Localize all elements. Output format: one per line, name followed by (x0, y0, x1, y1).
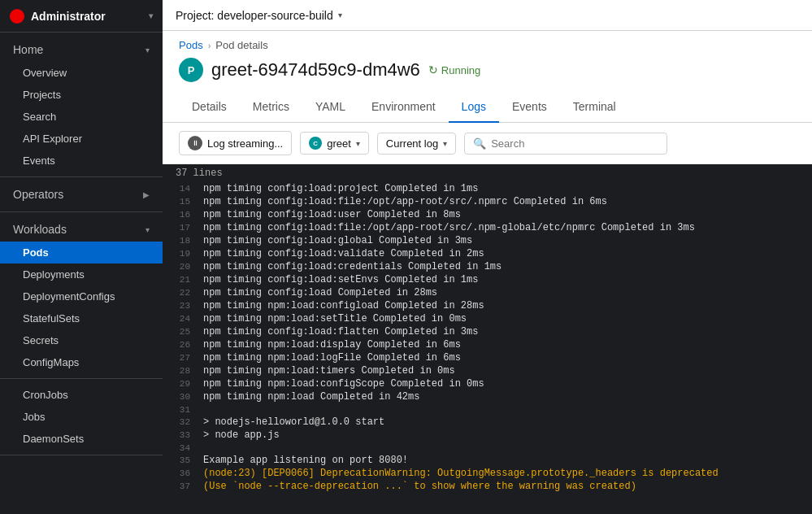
tab-terminal[interactable]: Terminal (560, 92, 629, 123)
page-title: greet-69474d59c9-dm4w6 (211, 59, 420, 81)
log-type-dropdown-icon: ▾ (443, 139, 447, 148)
log-line: 24npm timing npm:load:setTitle Completed… (163, 312, 812, 325)
line-number: 28 (163, 365, 203, 376)
content-area: Pods › Pod details P greet-69474d59c9-dm… (163, 31, 812, 514)
container-icon: C (309, 137, 322, 150)
log-line: 23npm timing npm:load:configload Complet… (163, 299, 812, 312)
tab-logs[interactable]: Logs (449, 92, 499, 123)
line-content: npm timing config:load Completed in 28ms (203, 287, 812, 298)
log-content[interactable]: 37 lines 14npm timing config:load:projec… (163, 164, 812, 514)
breadcrumb-separator: › (208, 41, 211, 50)
line-content: npm timing config:load:validate Complete… (203, 248, 812, 259)
line-number: 32 (163, 416, 203, 427)
line-number: 26 (163, 339, 203, 350)
line-content: npm timing config:load:user Completed in… (203, 209, 812, 220)
log-line: 15npm timing config:load:file:/opt/app-r… (163, 195, 812, 208)
sidebar-item-search[interactable]: Search (0, 106, 163, 128)
log-line: 21npm timing config:load:setEnvs Complet… (163, 273, 812, 286)
sidebar-item-events[interactable]: Events (0, 150, 163, 172)
breadcrumb: Pods › Pod details (163, 31, 812, 54)
sidebar-section-workloads: Workloads ▾ Pods Deployments DeploymentC… (0, 212, 163, 379)
project-selector[interactable]: Project: developer-source-build ▾ (176, 9, 342, 22)
line-content: npm timing config:load:file:/opt/app-roo… (203, 196, 812, 207)
log-line: 22npm timing config:load Completed in 28… (163, 286, 812, 299)
line-number: 37 (163, 481, 203, 491)
sidebar-operators-label: Operators (13, 188, 63, 201)
log-streaming-button[interactable]: ⏸ Log streaming... (179, 131, 292, 155)
tab-details[interactable]: Details (179, 92, 240, 123)
line-number: 21 (163, 274, 203, 285)
line-content: Example app listening on port 8080! (203, 455, 812, 466)
log-line: 27npm timing npm:load:logFile Completed … (163, 351, 812, 364)
line-number: 27 (163, 352, 203, 363)
line-content: npm timing npm:load:configScope Complete… (203, 378, 812, 390)
search-icon: 🔍 (473, 137, 486, 150)
log-toolbar: ⏸ Log streaming... C greet ▾ Current log… (163, 123, 812, 164)
sidebar-item-daemonsets[interactable]: DaemonSets (0, 428, 163, 450)
sidebar-brand-label: Administrator (31, 10, 106, 23)
line-number: 34 (163, 442, 203, 453)
tab-yaml[interactable]: YAML (302, 92, 358, 123)
line-number: 29 (163, 378, 203, 389)
line-content: > node app.js (203, 429, 812, 441)
tab-environment[interactable]: Environment (358, 92, 449, 123)
sidebar-item-pods[interactable]: Pods (0, 242, 163, 264)
operators-chevron-icon: ▶ (143, 190, 150, 199)
status-spinner-icon: ↻ (428, 63, 438, 76)
line-content: npm timing config:load:flatten Completed… (203, 326, 812, 338)
line-number: 24 (163, 313, 203, 324)
line-number: 20 (163, 261, 203, 272)
sidebar-item-secrets[interactable]: Secrets (0, 329, 163, 351)
log-type-selector[interactable]: Current log ▾ (377, 133, 456, 155)
log-line: 31 (163, 403, 812, 416)
line-number: 17 (163, 222, 203, 233)
sidebar-section-operators: Operators ▶ (0, 177, 163, 212)
line-content: npm timing npm:load:logFile Completed in… (203, 352, 812, 364)
line-content: npm timing config:load:setEnvs Completed… (203, 274, 812, 285)
status-badge: ↻ Running (428, 63, 480, 76)
log-line: 14npm timing config:load:project Complet… (163, 182, 812, 195)
log-line: 16npm timing config:load:user Completed … (163, 208, 812, 221)
search-input[interactable] (491, 137, 658, 150)
sidebar-item-api-explorer[interactable]: API Explorer (0, 128, 163, 150)
sidebar-brand[interactable]: Administrator ▾ (0, 0, 163, 33)
main-content: Project: developer-source-build ▾ Pods ›… (163, 0, 812, 514)
line-number: 15 (163, 196, 203, 207)
log-lines-container: 14npm timing config:load:project Complet… (163, 182, 812, 493)
container-name: greet (327, 137, 351, 150)
pod-icon: P (179, 58, 203, 82)
tab-metrics[interactable]: Metrics (240, 92, 302, 123)
status-text: Running (441, 64, 480, 76)
sidebar-operators-header[interactable]: Operators ▶ (0, 182, 163, 207)
sidebar-item-jobs[interactable]: Jobs (0, 406, 163, 428)
line-content: npm timing config:load:credentials Compl… (203, 261, 812, 272)
sidebar-item-cronjobs[interactable]: CronJobs (0, 384, 163, 406)
line-number: 33 (163, 429, 203, 440)
log-line: 20npm timing config:load:credentials Com… (163, 260, 812, 273)
log-line: 33> node app.js (163, 429, 812, 442)
sidebar-workloads-header[interactable]: Workloads ▾ (0, 217, 163, 242)
home-chevron-icon: ▾ (145, 46, 150, 54)
line-content: npm timing config:load:global Completed … (203, 235, 812, 246)
line-content: (Use `node --trace-deprecation ...` to s… (203, 481, 812, 492)
tab-events[interactable]: Events (499, 92, 560, 123)
log-line: 19npm timing config:load:validate Comple… (163, 247, 812, 260)
log-line: 28npm timing npm:load:timers Completed i… (163, 364, 812, 377)
sidebar-item-deployments[interactable]: Deployments (0, 264, 163, 285)
sidebar-item-deploymentconfigs[interactable]: DeploymentConfigs (0, 285, 163, 307)
container-selector[interactable]: C greet ▾ (300, 132, 369, 155)
sidebar-item-statefulsets[interactable]: StatefulSets (0, 307, 163, 329)
line-number: 14 (163, 183, 203, 194)
log-line: 36(node:23) [DEP0066] DeprecationWarning… (163, 467, 812, 480)
log-line: 29npm timing npm:load:configScope Comple… (163, 377, 812, 390)
log-line: 30npm timing npm:load Completed in 42ms (163, 390, 812, 403)
sidebar-section-jobs: CronJobs Jobs DaemonSets (0, 379, 163, 455)
sidebar-home-header[interactable]: Home ▾ (0, 37, 163, 62)
breadcrumb-parent[interactable]: Pods (179, 39, 203, 51)
sidebar-item-projects[interactable]: Projects (0, 84, 163, 106)
line-content: npm timing config:load:file:/opt/app-roo… (203, 222, 812, 233)
log-search-box[interactable]: 🔍 (464, 133, 667, 155)
sidebar-item-configmaps[interactable]: ConfigMaps (0, 351, 163, 373)
sidebar-item-overview[interactable]: Overview (0, 62, 163, 84)
log-line: 17npm timing config:load:file:/opt/app-r… (163, 221, 812, 234)
